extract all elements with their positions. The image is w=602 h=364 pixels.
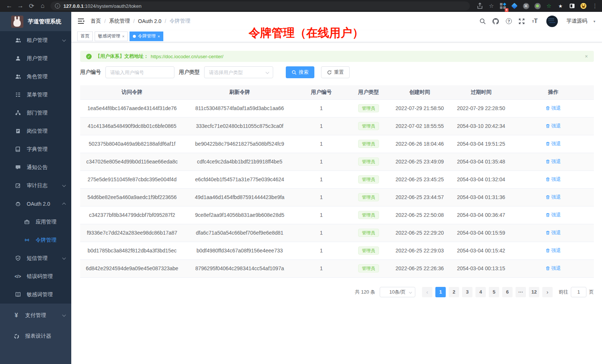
sidebar-item-menu-manage[interactable]: 菜单管理 — [0, 86, 71, 104]
recorder-extension-icon[interactable] — [534, 3, 541, 9]
force-logout-button[interactable]: 强退 — [546, 194, 561, 201]
chevron-down-icon — [62, 256, 66, 259]
force-logout-button[interactable]: 强退 — [546, 265, 561, 272]
page-button-12[interactable]: 12 — [529, 287, 539, 297]
open-book-icon — [15, 292, 21, 298]
search-button[interactable]: 搜索 — [286, 66, 314, 78]
tab-home[interactable]: 首页 — [77, 32, 93, 41]
prev-page-button[interactable]: ‹ — [422, 287, 432, 297]
user-avatar[interactable] — [546, 16, 558, 27]
command-extension-icon[interactable]: ⌘ — [523, 3, 529, 9]
sidebar-menu: 租户管理 用户管理 角色管理 菜单管理 部门管理 — [0, 31, 71, 304]
sidebar-item-oauth-app[interactable]: 应用管理 — [0, 213, 71, 231]
user-caret-icon[interactable]: ▾ — [593, 19, 595, 23]
table-row: b0d1785bc3a8482f812db4a3f3bd15ecb0df4980… — [80, 242, 594, 259]
tab-token-manage[interactable]: 令牌管理× — [130, 32, 163, 41]
page-button-2[interactable]: 2 — [449, 287, 459, 297]
user-type-select[interactable] — [204, 66, 273, 78]
force-logout-button[interactable]: 强退 — [546, 140, 561, 147]
sidebar-item-sms[interactable]: 短信管理 — [0, 249, 71, 267]
signal-token-icon — [24, 237, 30, 243]
force-logout-button[interactable]: 强退 — [546, 176, 561, 183]
breadcrumb-home[interactable]: 首页 — [91, 18, 101, 24]
close-icon[interactable]: × — [122, 34, 124, 39]
page-button-5[interactable]: 5 — [489, 287, 499, 297]
sidebar-item-oauth[interactable]: OAuth 2.0 — [0, 195, 71, 213]
force-logout-button[interactable]: 强退 — [546, 158, 561, 165]
sidebar-item-sensitive-word[interactable]: 敏感词管理 — [0, 285, 71, 304]
force-logout-button[interactable]: 强退 — [546, 105, 561, 112]
reset-button[interactable]: 重置 — [321, 66, 350, 78]
user-type-badge: 管理员 — [358, 140, 379, 148]
github-icon[interactable] — [492, 17, 500, 25]
browser-menu-icon[interactable]: ⋮ — [592, 3, 598, 9]
force-logout-button[interactable]: 强退 — [546, 247, 561, 254]
logo[interactable]: 芋道管理系统 — [0, 12, 71, 31]
breadcrumb-oauth[interactable]: OAuth 2.0 — [138, 18, 161, 24]
page-button-3[interactable]: 3 — [462, 287, 472, 297]
pinwheel-extension-icon[interactable]: ★ — [557, 3, 564, 9]
sidebar-item-post[interactable]: 岗位管理 — [0, 122, 71, 140]
user-type-badge: 管理员 — [358, 264, 379, 272]
username[interactable]: 芋道源码 — [566, 18, 587, 24]
chevron-down-icon — [62, 183, 66, 187]
address-bar[interactable]: i 127.0.0.1:1024/system/oauth2/token — [50, 1, 470, 10]
green-star-extension-icon[interactable]: ☆ — [546, 3, 552, 9]
sidebar-item-tenant[interactable]: 租户管理 — [0, 31, 71, 49]
sidebar-item-user[interactable]: 用户管理 — [0, 49, 71, 67]
sidebar-item-oauth-token[interactable]: 令牌管理 — [0, 231, 71, 249]
force-logout-button[interactable]: 强退 — [546, 212, 561, 218]
gem-extension-icon[interactable] — [511, 3, 518, 9]
hamburger-icon[interactable] — [77, 17, 85, 25]
extension-grid-icon[interactable]: 9 — [500, 3, 506, 9]
breadcrumb: 首页 / 系统管理 / OAuth 2.0 / 令牌管理 — [91, 18, 190, 24]
edit-note-icon — [15, 183, 21, 189]
browser-back-icon[interactable]: ← — [4, 1, 15, 11]
sidebar-item-pay[interactable]: ¥ 支付管理 — [0, 305, 71, 326]
sidebar-item-role[interactable]: 角色管理 — [0, 67, 71, 86]
profile-emoji-icon[interactable] — [580, 3, 587, 9]
doc-link[interactable]: https://doc.iocoder.cn/user-center/ — [151, 54, 223, 59]
tab-sensitive-word[interactable]: 敏感词管理× — [95, 32, 128, 41]
sidebar-item-report-designer[interactable]: 报表设计器 — [0, 326, 71, 347]
help-icon[interactable]: ? — [505, 17, 513, 25]
force-logout-button[interactable]: 强退 — [546, 123, 561, 129]
bookmark-star-icon[interactable]: ☆ — [488, 3, 495, 9]
site-info-icon[interactable]: i — [55, 3, 60, 9]
sidebar-item-errcode[interactable]: </> 错误码管理 — [0, 267, 71, 285]
breadcrumb-system[interactable]: 系统管理 — [109, 18, 130, 24]
page-button-4[interactable]: 4 — [475, 287, 486, 297]
alert-close-icon[interactable]: × — [585, 53, 588, 59]
goto-page-input[interactable] — [571, 287, 586, 297]
sidebar-item-audit[interactable]: 审计日志 — [0, 176, 71, 195]
next-page-button[interactable]: › — [542, 287, 553, 297]
browser-reload-icon[interactable]: ⟳ — [26, 1, 37, 11]
url-host: 127.0.0.1 — [63, 3, 84, 9]
user-id-input[interactable] — [105, 66, 174, 78]
font-size-icon[interactable]: тT — [531, 17, 539, 25]
table-row: f9336e7c7dd242a283ee98dc86b17a87dfa6c71a… — [80, 224, 594, 242]
side-panel-icon[interactable] — [569, 3, 575, 9]
goto-suffix: 页 — [589, 289, 594, 295]
page-button-1[interactable]: 1 — [435, 287, 446, 297]
share-icon[interactable] — [477, 3, 483, 9]
chevron-up-icon — [62, 203, 66, 206]
fullscreen-icon[interactable] — [518, 17, 526, 25]
sidebar-item-notice[interactable]: 通知公告 — [0, 158, 71, 176]
page-button-6[interactable]: 6 — [502, 287, 513, 297]
search-icon[interactable] — [479, 17, 487, 25]
page-size-select[interactable]: 10条/页 — [380, 287, 415, 297]
page-ellipsis[interactable]: ··· — [516, 287, 526, 297]
sidebar-item-dept[interactable]: 部门管理 — [0, 104, 71, 122]
browser-home-icon[interactable]: ⌂ — [37, 1, 48, 11]
chevron-down-icon — [409, 290, 412, 293]
user-type-badge: 管理员 — [358, 246, 379, 255]
app-title: 芋道管理系统 — [28, 18, 61, 25]
browser-forward-icon[interactable]: → — [15, 1, 26, 11]
user-type-select-input[interactable] — [204, 66, 273, 78]
tree-list-icon — [15, 92, 21, 98]
force-logout-button[interactable]: 强退 — [546, 229, 561, 236]
close-icon[interactable]: × — [157, 34, 160, 39]
token-table: 访问令牌 刷新令牌 用户编号 用户类型 创建时间 过期时间 操作 1ea5e44… — [80, 85, 594, 278]
sidebar-item-dict[interactable]: 字典管理 — [0, 140, 71, 158]
